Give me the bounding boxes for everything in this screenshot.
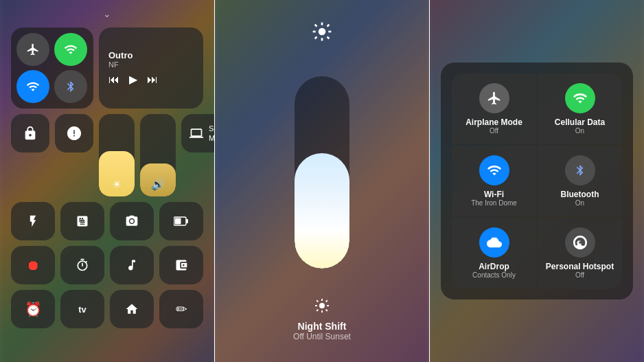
connectivity-block <box>11 27 93 109</box>
airplane-icon <box>479 83 509 113</box>
sun-icon-top <box>311 21 333 47</box>
brightness-icon: ☀ <box>112 178 122 191</box>
bluetooth-label: Bluetooth On <box>561 190 599 207</box>
wifi-btn[interactable] <box>16 70 49 103</box>
cellular-data-btn[interactable] <box>54 33 87 66</box>
top-row: Outro NF ⏮ ▶ ⏭ <box>11 27 203 109</box>
hotspot-btn[interactable]: Personal Hotspot Off <box>538 218 622 289</box>
now-playing-block: Outro NF ⏮ ▶ ⏭ <box>99 27 203 109</box>
hotspot-label: Personal Hotspot Off <box>546 262 614 279</box>
cellular-icon <box>565 83 595 113</box>
timer-btn[interactable] <box>60 246 104 284</box>
flashlight-btn[interactable] <box>11 202 55 240</box>
airdrop-icon <box>479 227 509 258</box>
wifi-network-icon <box>479 155 509 185</box>
brightness-control[interactable] <box>295 76 349 269</box>
airdrop-label: AirDrop Contacts Only <box>472 262 516 279</box>
markup-btn[interactable]: ✏ <box>159 290 203 328</box>
alarm-btn[interactable]: ⏰ <box>11 290 55 328</box>
bluetooth-network-btn[interactable]: Bluetooth On <box>538 146 622 216</box>
svg-rect-2 <box>186 219 188 223</box>
night-shift-section: Night Shift Off Until Sunset <box>293 297 351 341</box>
svg-rect-3 <box>175 218 181 225</box>
next-btn[interactable]: ⏭ <box>147 73 158 86</box>
tools-row-3: ⏰ tv ✏ <box>11 290 203 328</box>
orientation-lock-btn[interactable] <box>11 114 49 152</box>
right-panel: Airplane Mode Off Cellular Data On <box>430 0 644 362</box>
tools-row-1 <box>11 202 203 240</box>
svg-line-10 <box>327 37 330 39</box>
screen-mirroring-btn[interactable]: ScreenMirroring <box>181 114 214 152</box>
brightness-screen: Night Shift Off Until Sunset <box>215 0 429 362</box>
svg-line-9 <box>315 25 317 27</box>
airdrop-btn[interactable]: AirDrop Contacts Only <box>452 218 536 289</box>
track-title: Outro <box>108 50 194 60</box>
volume-icon: 🔊 <box>151 178 165 191</box>
wifi-network-btn[interactable]: Wi-Fi The Iron Dome <box>452 146 536 216</box>
brightness-slider[interactable]: ☀ <box>99 114 135 196</box>
calculator-btn[interactable] <box>60 202 104 240</box>
svg-line-18 <box>317 300 318 302</box>
svg-point-4 <box>319 28 326 36</box>
brightness-fill <box>295 153 349 269</box>
airplane-mode-btn[interactable] <box>16 33 49 66</box>
middle-panel: Night Shift Off Until Sunset <box>214 0 430 362</box>
network-card: Airplane Mode Off Cellular Data On <box>441 63 633 299</box>
second-row: ☀ 🔊 ScreenMirroring <box>11 114 203 196</box>
wallet-btn[interactable] <box>159 246 203 284</box>
airplane-mode-label: Airplane Mode Off <box>465 117 522 135</box>
night-shift-subtitle: Off Until Sunset <box>293 332 351 341</box>
screen-mirroring-label: ScreenMirroring <box>209 124 214 144</box>
apple-tv-btn[interactable]: tv <box>60 290 104 328</box>
do-not-disturb-btn[interactable] <box>55 114 93 152</box>
svg-line-19 <box>326 310 327 311</box>
bluetooth-btn[interactable] <box>54 70 87 103</box>
sliders-row: ☀ 🔊 <box>99 114 176 196</box>
bluetooth-network-icon <box>565 155 595 185</box>
network-grid: Airplane Mode Off Cellular Data On <box>452 73 622 289</box>
media-controls: ⏮ ▶ ⏭ <box>108 73 194 86</box>
play-btn[interactable]: ▶ <box>129 73 137 86</box>
chevron-icon: ⌄ <box>103 8 111 19</box>
battery-btn[interactable] <box>159 202 203 240</box>
shazam-btn[interactable] <box>110 246 154 284</box>
svg-line-12 <box>315 37 317 39</box>
camera-btn[interactable] <box>110 202 154 240</box>
svg-line-21 <box>317 310 318 311</box>
svg-point-0 <box>130 219 133 223</box>
left-panel: ⌄ Outro NF <box>0 0 214 362</box>
airplane-mode-network-btn[interactable]: Airplane Mode Off <box>452 73 536 144</box>
night-shift-icon <box>293 297 351 318</box>
cellular-data-network-btn[interactable]: Cellular Data On <box>538 73 622 144</box>
night-shift-title: Night Shift <box>293 321 351 332</box>
screen-record-btn[interactable]: ⏺ <box>11 246 55 284</box>
wifi-label: Wi-Fi The Iron Dome <box>471 190 517 207</box>
home-btn[interactable] <box>110 290 154 328</box>
hotspot-icon <box>565 227 595 258</box>
svg-point-13 <box>319 303 325 308</box>
network-panel: Airplane Mode Off Cellular Data On <box>430 0 644 362</box>
cellular-data-label: Cellular Data On <box>555 117 605 135</box>
control-center: ⌄ Outro NF <box>0 0 214 362</box>
tools-row-2: ⏺ <box>11 246 203 284</box>
prev-btn[interactable]: ⏮ <box>108 73 119 86</box>
svg-line-20 <box>326 300 327 302</box>
volume-slider[interactable]: 🔊 <box>140 114 176 196</box>
svg-line-11 <box>327 25 330 27</box>
chevron-container: ⌄ <box>11 8 203 22</box>
track-artist: NF <box>108 60 194 69</box>
now-playing-info: Outro NF ⏮ ▶ ⏭ <box>108 50 194 86</box>
